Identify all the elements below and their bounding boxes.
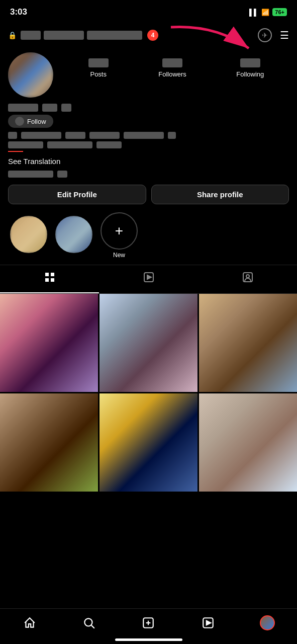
username-block-3 bbox=[87, 31, 142, 40]
story-item-1[interactable] bbox=[10, 216, 47, 255]
new-story-label: New bbox=[113, 252, 125, 259]
reels-icon bbox=[143, 271, 155, 286]
stat-followers[interactable]: Followers bbox=[158, 58, 186, 78]
bio-block-icon bbox=[8, 132, 17, 139]
stories-row: + New bbox=[8, 212, 289, 259]
name-block-3 bbox=[61, 104, 71, 112]
stat-posts[interactable]: Posts bbox=[88, 58, 109, 78]
action-buttons: Edit Profile Share profile bbox=[8, 185, 289, 204]
stats-row: Posts Followers Following bbox=[63, 58, 289, 78]
tab-grid[interactable] bbox=[0, 265, 99, 293]
svg-point-9 bbox=[85, 618, 92, 626]
grid-item-2[interactable] bbox=[100, 294, 197, 392]
svg-marker-6 bbox=[147, 275, 151, 279]
battery-badge: 76+ bbox=[272, 8, 287, 16]
bio-block-text-8 bbox=[96, 141, 122, 148]
status-time: 3:03 bbox=[10, 7, 27, 17]
profile-nav-avatar bbox=[260, 615, 275, 630]
see-translation[interactable]: See Translation bbox=[8, 157, 289, 166]
avatar bbox=[8, 52, 53, 98]
svg-marker-15 bbox=[206, 621, 211, 625]
link-row bbox=[8, 171, 289, 178]
share-profile-button[interactable]: Share profile bbox=[151, 185, 289, 204]
bottom-nav-search[interactable] bbox=[77, 614, 101, 632]
bio-block-text-4 bbox=[124, 132, 164, 139]
story-thumb-2 bbox=[55, 216, 92, 253]
tab-reels[interactable] bbox=[99, 265, 198, 293]
bio-block-text-7 bbox=[47, 141, 92, 148]
grid-item-1[interactable] bbox=[0, 294, 98, 392]
tab-tagged[interactable] bbox=[198, 265, 297, 293]
bottom-nav-create[interactable] bbox=[136, 614, 160, 632]
photo-grid bbox=[0, 294, 297, 492]
profile-info: Follow bbox=[8, 104, 289, 152]
grid-item-6[interactable] bbox=[199, 393, 297, 492]
stat-following-label: Following bbox=[236, 70, 264, 78]
bio-line-2 bbox=[8, 141, 289, 148]
notification-badge[interactable]: 4 bbox=[147, 30, 158, 41]
avatar-container[interactable] bbox=[8, 52, 53, 98]
bottom-nav-reels[interactable] bbox=[196, 614, 220, 632]
status-icons: ▌▌ 📶 76+ bbox=[249, 8, 287, 16]
username-block-1 bbox=[21, 31, 41, 40]
lock-icon: 🔒 bbox=[8, 31, 17, 39]
bottom-nav-home[interactable] bbox=[18, 614, 42, 632]
reels-nav-icon bbox=[202, 616, 215, 629]
svg-rect-2 bbox=[51, 273, 54, 276]
svg-point-8 bbox=[246, 275, 249, 278]
bio-block-text-5 bbox=[168, 132, 176, 139]
name-block-2 bbox=[42, 104, 57, 112]
svg-rect-4 bbox=[51, 278, 54, 282]
bottom-nav-profile[interactable] bbox=[255, 614, 279, 632]
grid-icon bbox=[44, 271, 56, 286]
bio-block-text-6 bbox=[8, 141, 43, 148]
profile-section: Posts Followers Following Follow bbox=[0, 48, 297, 259]
story-image-2 bbox=[55, 216, 92, 253]
create-icon bbox=[142, 616, 155, 629]
story-image-1 bbox=[10, 216, 47, 253]
wifi-icon: 📶 bbox=[261, 9, 269, 16]
svg-rect-3 bbox=[45, 278, 49, 282]
tagged-icon bbox=[242, 271, 254, 286]
edit-profile-button[interactable]: Edit Profile bbox=[8, 185, 146, 204]
grid-item-4[interactable] bbox=[0, 393, 98, 492]
stat-followers-label: Followers bbox=[158, 70, 186, 78]
avatar-image bbox=[8, 52, 53, 98]
stat-following-number bbox=[240, 58, 260, 67]
stat-following[interactable]: Following bbox=[236, 58, 264, 78]
stat-followers-number bbox=[162, 58, 182, 67]
new-story-button[interactable]: + bbox=[101, 212, 138, 250]
grid-item-5[interactable] bbox=[100, 393, 197, 492]
link-block-1[interactable] bbox=[8, 171, 53, 178]
profile-top-row: Posts Followers Following bbox=[8, 52, 289, 98]
svg-line-10 bbox=[91, 625, 94, 628]
hamburger-menu-icon[interactable]: ☰ bbox=[280, 29, 289, 41]
name-block-1 bbox=[8, 104, 38, 112]
bio-line-1 bbox=[8, 132, 289, 139]
search-icon bbox=[82, 616, 95, 629]
home-icon bbox=[23, 616, 36, 629]
svg-rect-1 bbox=[45, 273, 49, 276]
story-thumb-1 bbox=[10, 216, 47, 253]
stat-posts-number bbox=[88, 58, 109, 67]
link-block-2 bbox=[57, 171, 67, 178]
status-bar: 3:03 ▌▌ 📶 76+ bbox=[0, 0, 297, 22]
bio-block-text-1 bbox=[21, 132, 61, 139]
bio-block-text-2 bbox=[65, 132, 85, 139]
signal-icon: ▌▌ bbox=[249, 9, 258, 16]
top-nav: 🔒 4 ✈ ☰ bbox=[0, 22, 297, 48]
profile-name-row bbox=[8, 104, 289, 112]
follow-label: Follow bbox=[27, 118, 46, 125]
home-indicator bbox=[115, 638, 182, 641]
tab-bar bbox=[0, 265, 297, 294]
follow-button[interactable]: Follow bbox=[8, 115, 53, 128]
red-underline bbox=[8, 151, 23, 152]
grid-item-3[interactable] bbox=[199, 294, 297, 392]
direct-messages-icon[interactable]: ✈ bbox=[258, 28, 272, 42]
stat-posts-label: Posts bbox=[90, 70, 107, 78]
new-story-item[interactable]: + New bbox=[101, 212, 138, 259]
username-block-2 bbox=[44, 31, 84, 40]
story-item-2[interactable] bbox=[55, 216, 92, 255]
follow-avatar bbox=[15, 117, 24, 126]
bio-block-text-3 bbox=[89, 132, 120, 139]
